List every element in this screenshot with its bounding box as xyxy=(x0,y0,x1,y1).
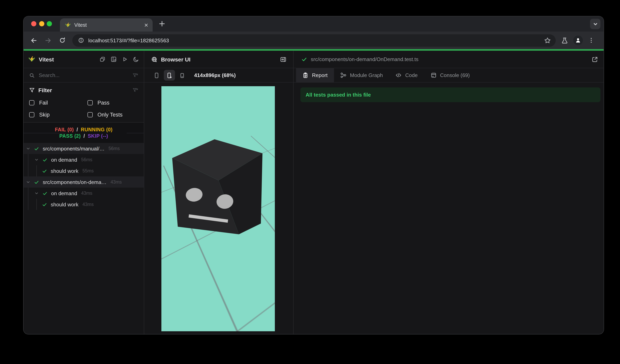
minimize-window-button[interactable] xyxy=(39,21,44,26)
checkbox-label: Pass xyxy=(97,100,109,106)
test-label: src/components/on-dema… xyxy=(43,179,107,185)
test-duration: 43ms xyxy=(82,202,94,207)
external-link-icon[interactable] xyxy=(592,56,598,62)
filter-section: Filter FailPassSkipOnly Tests xyxy=(24,83,144,122)
panel-expand-icon[interactable] xyxy=(280,56,286,62)
tab-search-button[interactable] xyxy=(590,19,600,29)
screen: Vitest localhost:5173/#/?file=1828625563 xyxy=(0,0,620,364)
back-button[interactable] xyxy=(28,34,40,46)
search-row xyxy=(24,68,144,83)
close-window-button[interactable] xyxy=(31,21,36,26)
filter-title: Filter xyxy=(38,87,52,93)
summary-segment: SKIP (--) xyxy=(88,133,108,139)
flask-icon[interactable] xyxy=(561,37,568,44)
collapse-windows-icon[interactable] xyxy=(99,56,106,62)
tree-row-suite[interactable]: on demand43ms xyxy=(24,188,144,199)
sidebar-header: Vitest xyxy=(24,51,144,68)
tree-row-test[interactable]: should work43ms xyxy=(24,199,144,210)
browser-ui-panel: Browser UI 414x896px (68%) xyxy=(144,51,293,334)
pass-banner: All tests passed in this file xyxy=(300,87,600,102)
browser-ui-title: Browser UI xyxy=(161,56,191,62)
test-viewport[interactable] xyxy=(161,86,275,331)
indent-guide xyxy=(36,165,37,176)
tab-label: Report xyxy=(312,72,327,78)
tab-report[interactable]: Report xyxy=(296,68,334,82)
test-duration: 43ms xyxy=(110,180,122,184)
file-path: src/components/on-demand/OnDemand.test.t… xyxy=(311,56,418,62)
close-tab-icon[interactable] xyxy=(144,23,149,27)
vitest-logo-icon xyxy=(28,56,35,63)
tree-row-file[interactable]: src/components/manual/…56ms xyxy=(24,143,144,154)
browser-ui-header: Browser UI xyxy=(144,51,293,68)
device-toolbar: 414x896px (68%) xyxy=(144,68,293,83)
indent-guide xyxy=(28,188,28,199)
tab-console-69[interactable]: Console (69) xyxy=(424,68,476,82)
test-label: should work xyxy=(51,201,78,207)
summary-segment: / xyxy=(77,127,78,132)
checkbox[interactable] xyxy=(88,112,93,117)
tab-code[interactable]: Code xyxy=(389,68,424,82)
clear-filter-icon[interactable] xyxy=(133,87,138,93)
checkbox-label: Fail xyxy=(39,100,48,106)
robot-cube xyxy=(161,86,275,331)
sidebar: Vitest Filter xyxy=(24,51,144,334)
person-icon xyxy=(575,37,581,44)
device-phone-button[interactable] xyxy=(151,70,162,81)
new-tab-button[interactable] xyxy=(159,20,165,27)
dashboard-icon[interactable] xyxy=(111,56,117,62)
indent-guide xyxy=(28,199,28,210)
maximize-window-button[interactable] xyxy=(47,21,52,26)
forward-button[interactable] xyxy=(42,34,54,46)
search-icon xyxy=(29,73,35,78)
filter-option-pass[interactable]: Pass xyxy=(88,98,138,107)
checkbox[interactable] xyxy=(29,112,34,117)
funnel-icon xyxy=(29,87,35,93)
run-all-icon[interactable] xyxy=(122,56,128,62)
tree-row-test[interactable]: should work55ms xyxy=(24,165,144,176)
vitest-favicon-icon xyxy=(65,22,71,28)
summary-segment: FAIL (0) xyxy=(55,127,74,132)
address-bar[interactable]: localhost:5173/#/?file=1828625563 xyxy=(72,34,556,46)
filter-option-skip[interactable]: Skip xyxy=(29,110,88,119)
checkbox-label: Skip xyxy=(39,112,50,117)
test-label: on demand xyxy=(51,157,77,163)
menu-kebab-icon[interactable] xyxy=(588,37,594,44)
summary-line-2: PASS (2)/SKIP (--) xyxy=(24,133,144,139)
checkbox[interactable] xyxy=(29,100,34,105)
tree-row-suite[interactable]: on demand56ms xyxy=(24,154,144,165)
filter-options: FailPassSkipOnly Tests xyxy=(29,98,138,119)
indent-guide xyxy=(28,154,28,165)
profile-avatar[interactable] xyxy=(573,36,583,45)
tree-row-file[interactable]: src/components/on-dema…43ms xyxy=(24,176,144,188)
bookmark-star-icon[interactable] xyxy=(544,37,551,44)
tab-module-graph[interactable]: Module Graph xyxy=(334,68,389,82)
device-phone-add-button[interactable] xyxy=(164,70,175,81)
toolbar-right xyxy=(561,36,594,45)
app-title: Vitest xyxy=(39,56,54,62)
tab-strip: Vitest xyxy=(24,16,604,31)
reload-button[interactable] xyxy=(56,34,68,46)
divider xyxy=(127,133,144,133)
tab-label: Code xyxy=(405,72,418,78)
filter-option-only-tests[interactable]: Only Tests xyxy=(88,110,138,119)
browser-tab[interactable]: Vitest xyxy=(60,18,153,31)
url-text[interactable]: localhost:5173/#/?file=1828625563 xyxy=(88,37,544,43)
indent-guide xyxy=(28,165,28,176)
clear-filter-icon[interactable] xyxy=(133,73,138,78)
viewport-size-label: 414x896px (68%) xyxy=(194,72,236,78)
chevron-down-icon xyxy=(592,21,598,27)
site-info-icon[interactable] xyxy=(78,37,84,44)
summary-segment: / xyxy=(83,133,85,139)
test-duration: 43ms xyxy=(81,191,92,196)
dark-mode-icon[interactable] xyxy=(133,56,139,62)
filter-title-row: Filter xyxy=(29,86,138,95)
search-input[interactable] xyxy=(39,72,133,78)
tab-title: Vitest xyxy=(74,22,144,28)
test-duration: 56ms xyxy=(81,157,92,162)
checkbox[interactable] xyxy=(88,100,93,105)
filter-option-fail[interactable]: Fail xyxy=(29,98,88,107)
device-phone-small-button[interactable] xyxy=(177,70,188,81)
pass-banner-text: All tests passed in this file xyxy=(306,92,371,98)
vitest-ui: Vitest Filter xyxy=(24,51,604,334)
test-duration: 55ms xyxy=(82,168,94,173)
